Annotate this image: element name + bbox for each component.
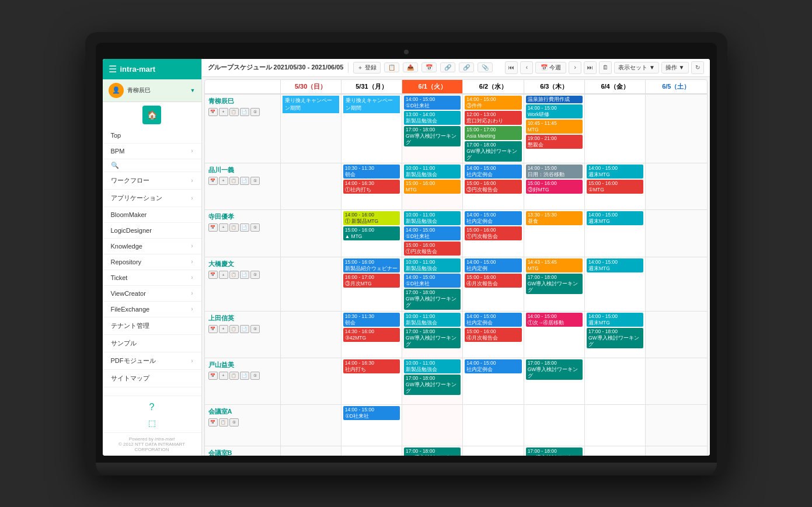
event[interactable]: 温泉旅行費用作成 (526, 96, 583, 103)
person-icon[interactable]: 📅 (208, 372, 218, 380)
day-cell-ohashi-mon[interactable]: 15:00 - 16:00新製品紹介ウェビナー 16:00 - 17:00③月次… (341, 257, 402, 310)
person-icon[interactable]: 📅 (208, 271, 218, 279)
event[interactable]: 10:00 - 11:00新製品勉強会 (404, 165, 461, 179)
sidebar-item-pdf[interactable]: PDFモジュール › (103, 352, 201, 370)
event[interactable]: 15:00 - 16:00③円次報告会 (465, 180, 521, 194)
event[interactable]: 10:00 - 11:00新製品勉強会 (404, 211, 461, 225)
event[interactable]: 14:00 - 16:30①社内打ち (343, 180, 400, 194)
day-cell-shinagawa-thu[interactable]: 14:00 - 15:00日用：渋谷移動 15:00 - 16:00③好MTG (524, 163, 585, 209)
day-cell-roomA-sat[interactable] (646, 405, 706, 446)
person-icon[interactable]: ① (250, 372, 260, 380)
event[interactable]: 15:00 - 16:00▲ MTG (343, 226, 400, 240)
banner-event[interactable]: 乗り換えキャンペーン期間 (283, 96, 339, 113)
person-icon[interactable]: 📋 (219, 418, 228, 426)
person-icon[interactable]: ① (250, 108, 260, 116)
event[interactable]: 14:00 - 15:00社内定例会 (465, 211, 521, 225)
event[interactable]: 17:00 - 18:00GW導入検討ワーキング (526, 359, 583, 380)
person-icon[interactable]: ① (250, 271, 260, 279)
day-cell-roomB-tue[interactable]: 17:00 - 18:00GW導入検討ワーキング (402, 446, 463, 456)
day-cell-roomB-wed[interactable] (463, 446, 524, 456)
event[interactable]: 17:00 - 18:00GW導入検討ワーキング (526, 274, 583, 294)
sidebar-item-logicdesigner[interactable]: LogicDesigner (103, 223, 201, 239)
day-cell-ueda-wed[interactable]: 14:00 - 15:00社内定例会 15:00 - 16:00④月次報告会 (463, 312, 524, 358)
link-button2[interactable]: 🔗 (459, 62, 474, 72)
day-cell-ueda-thu[interactable]: 14:00 - 15:00①次→④居移動 (524, 312, 585, 358)
event[interactable]: 14:00 - 15:00週末MTG (587, 165, 643, 179)
day-cell-ohashi-fri[interactable]: 14:00 - 15:00週末MTG (585, 257, 646, 310)
day-cell-ohashi-sun[interactable] (281, 257, 341, 310)
day-cell-terada-sat[interactable] (646, 210, 706, 257)
sidebar-item-sample[interactable]: サンプル (103, 335, 201, 352)
event[interactable]: 17:00 - 18:00GW導入検討ワーキング (526, 447, 583, 456)
person-icon[interactable]: ① (250, 325, 260, 333)
event[interactable]: 14:00 - 16:00① 新製品MTG (343, 211, 400, 225)
day-cell-terada-fri[interactable]: 14:00 - 15:00週末MTG (585, 210, 646, 257)
day-cell-roomB-mon[interactable] (341, 446, 402, 456)
display-set-button[interactable]: 表示セット ▼ (614, 62, 659, 74)
user-menu-icon[interactable]: ▼ (190, 88, 196, 93)
person-icon[interactable]: + (219, 223, 228, 232)
day-cell-roomA-thu[interactable] (524, 405, 585, 446)
day-cell-roomA-tue[interactable] (402, 405, 463, 446)
last-page-button[interactable]: ⏭ (584, 61, 597, 74)
event[interactable]: 15:00 - 16:00③好MTG (526, 180, 583, 194)
day-cell-roomB-sat[interactable] (646, 446, 706, 456)
next-button[interactable]: › (569, 61, 581, 74)
person-icon[interactable]: 📋 (229, 325, 239, 333)
event[interactable]: 13:30 - 15:30昼食 (526, 211, 583, 225)
event[interactable]: 10:45 - 11:45MTG (526, 120, 583, 134)
day-cell-ueda-tue[interactable]: 10:00 - 11:00新製品勉強会 17:00 - 18:00GW導入検討ワ… (402, 312, 463, 358)
day-cell-roomB-fri[interactable] (585, 446, 646, 456)
day-cell-toyama-sat[interactable] (646, 358, 706, 404)
banner-event[interactable]: 乗り換えキャンペーン期間 (343, 96, 400, 113)
day-cell-ohashi-wed[interactable]: 14:00 - 15:00社内定例 15:00 - 16:00④月次報告会 (463, 257, 524, 310)
event[interactable]: 15:00 - 16:00④月次報告会 (465, 274, 521, 288)
person-icon[interactable]: 📋 (229, 372, 239, 380)
refresh-button[interactable]: ↻ (691, 61, 704, 74)
event[interactable]: 10:00 - 11:00新製品勉強会 (404, 258, 461, 272)
action-button[interactable]: 操作 ▼ (661, 62, 689, 74)
day-cell-aoyagi-wed[interactable]: 14:00 - 15:00③件件 12:00 - 13:00窓口対応おわり 15… (463, 95, 524, 163)
person-icon[interactable]: + (219, 271, 228, 279)
person-icon[interactable]: 📅 (208, 177, 218, 185)
event[interactable]: 14:00 - 15:00週末MTG (587, 211, 643, 225)
person-icon[interactable]: 📄 (240, 223, 249, 232)
day-cell-terada-tue[interactable]: 10:00 - 11:00新製品勉強会 14:00 - 15:00①D社来社 1… (402, 210, 463, 257)
person-icon[interactable]: 📄 (240, 372, 249, 380)
sidebar-item-search[interactable]: 🔍 (103, 159, 201, 172)
person-icon[interactable]: 📋 (229, 223, 239, 232)
event[interactable]: 14:00 - 15:00Work研修 (526, 104, 583, 118)
sidebar-item-bpm[interactable]: BPM › (103, 144, 201, 159)
day-cell-shinagawa-fri[interactable]: 14:00 - 15:00週末MTG 15:00 - 16:00①MTG (585, 163, 646, 209)
sidebar-item-sitemap[interactable]: サイトマップ (103, 370, 201, 387)
event[interactable]: 14:00 - 15:00①D社来社 (343, 406, 400, 420)
event[interactable]: 12:00 - 13:00窓口対応おわり (465, 111, 521, 125)
day-cell-roomA-sun[interactable] (281, 405, 341, 446)
sidebar-item-ticket[interactable]: Ticket › (103, 270, 201, 286)
day-cell-toyama-fri[interactable] (585, 358, 646, 404)
event[interactable]: 15:00 - 16:00①円次報告会 (465, 226, 521, 240)
event[interactable]: 15:00 - 16:00①円次報告会 (404, 242, 461, 256)
event[interactable]: 14:00 - 15:00社内定例 (465, 258, 521, 272)
person-icon[interactable]: 📄 (240, 271, 249, 279)
sidebar-item-knowledge[interactable]: Knowledge › (103, 239, 201, 254)
event[interactable]: 14:00 - 15:00社内定例会 (465, 165, 521, 179)
hamburger-icon[interactable]: ☰ (109, 64, 117, 75)
day-cell-terada-sun[interactable] (281, 210, 341, 257)
event[interactable]: 15:00 - 16:00①MTG (587, 180, 643, 194)
event[interactable]: 17:00 - 18:00GW導入検討ワーキング (404, 447, 461, 456)
day-cell-terada-wed[interactable]: 14:00 - 15:00社内定例会 15:00 - 16:00①円次報告会 (463, 210, 524, 257)
prev-button[interactable]: ‹ (520, 61, 533, 74)
event[interactable]: 17:00 - 18:00GW導入検討ワーキング (404, 126, 461, 146)
sidebar-item-workflow[interactable]: ワークフロー › (103, 172, 201, 190)
sidebar-item-bloommaker[interactable]: BloomMaker (103, 207, 201, 223)
event[interactable]: 17:00 - 18:00GW導入検討ワーキング (587, 328, 643, 348)
day-cell-shinagawa-tue[interactable]: 10:00 - 11:00新製品勉強会 15:00 - 16:00MTG (402, 163, 463, 209)
day-cell-aoyagi-tue[interactable]: 14:00 - 15:00①D社来社 13:00 - 14:00新製品勉強会 1… (402, 95, 463, 163)
person-icon[interactable]: 📋 (229, 108, 239, 116)
calendar-button[interactable]: 📅 (421, 62, 437, 72)
event[interactable]: 14:00 - 15:00社内定例会 (465, 313, 521, 327)
day-cell-ueda-fri[interactable]: 14:00 - 15:00週末MTG 17:00 - 18:00GW導入検討ワー… (585, 312, 646, 358)
day-cell-toyama-tue[interactable]: 10:00 - 11:00新製品勉強会 17:00 - 18:00GW導入検討ワ… (402, 358, 463, 404)
person-icon[interactable]: 📄 (240, 325, 249, 333)
